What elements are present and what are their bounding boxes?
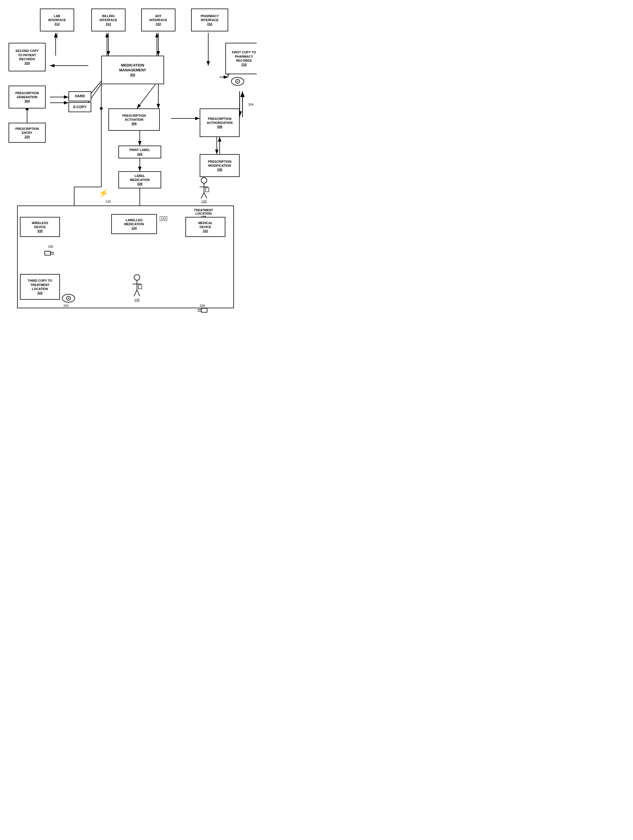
hard-box: HARD — [68, 92, 91, 101]
svg-rect-61 — [45, 251, 50, 255]
person-icon-bottom: 116 — [130, 274, 144, 302]
ref-334-label: 334 — [248, 103, 254, 106]
pharmacy-interface-box: PHARMACY INTERFACE 316 — [191, 9, 228, 32]
svg-line-58 — [134, 290, 137, 296]
svg-line-52 — [201, 193, 204, 198]
adt-interface-box: ADTINTERFACE 310 — [141, 9, 175, 32]
billing-interface-box: BILLING INTERFACE 312 — [91, 9, 126, 32]
eye-icon-bottom — [61, 294, 76, 305]
third-copy-box: THIRD COPY TO TREATMENT LOCATION 322 — [20, 274, 60, 300]
wireless-device-box: WIRELESS DEVICE 330 — [20, 217, 60, 237]
prescription-activation-box: PRESCRIPTION ACTIVATION 306 — [109, 109, 160, 131]
print-label-box: PRINT LABEL 326 — [118, 145, 161, 158]
ecopy-box: E-COPY — [68, 102, 91, 112]
svg-line-20 — [137, 84, 156, 109]
svg-point-55 — [134, 275, 140, 280]
svg-rect-54 — [205, 188, 209, 192]
medical-device-box: MEDICAL DEVICE 332 — [186, 217, 225, 237]
ref-334-bottom-label: 334 — [63, 304, 68, 307]
svg-rect-60 — [139, 285, 142, 289]
diagram-container: LAB INTERFACE 314 BILLING INTERFACE 312 … — [0, 0, 257, 343]
labelled-medication-box: LABELLED MEDICATION 124 — [111, 214, 157, 234]
lab-interface-box: LAB INTERFACE 314 — [40, 9, 74, 32]
plug-icon-left — [44, 249, 56, 259]
person-icon-top: 116 — [197, 177, 211, 203]
second-copy-box: SECOND COPY TO PATIENT RECORDS 320 — [9, 43, 46, 71]
svg-point-48 — [68, 298, 69, 299]
svg-point-49 — [201, 178, 207, 183]
ref-142-label: 142 — [160, 216, 167, 221]
first-copy-box: FIRST COPY TO PHARMACY RECORDS 318 — [225, 43, 257, 74]
medication-management-box: MEDICATION MANAGEMENT 302 — [101, 56, 164, 84]
svg-line-53 — [204, 193, 207, 198]
svg-rect-64 — [202, 308, 207, 312]
prescription-entry-box: PRESCRIPTION ENTRY 324 — [9, 123, 46, 143]
svg-line-59 — [137, 290, 140, 296]
eye-icon-top — [230, 76, 245, 88]
prescription-authorization-box: PRESCRIPTION AUTHORIZATION 308 — [200, 109, 239, 137]
svg-point-40 — [100, 107, 103, 110]
svg-point-45 — [237, 81, 238, 82]
prescription-modification-box: PRESCRIPTION MODIFICATION 336 — [200, 154, 239, 177]
lightning-bolt: ⚡ — [98, 188, 109, 199]
label-medication-box: LABEL MEDICATION 328 — [118, 171, 161, 188]
ref-338-left-label: 338 — [48, 245, 53, 248]
ref-126-label: 126 — [106, 200, 111, 203]
plug-icon-right — [196, 306, 208, 316]
prescription-generation-box: PRESCRIPTION GENERATION 304 — [9, 85, 46, 109]
